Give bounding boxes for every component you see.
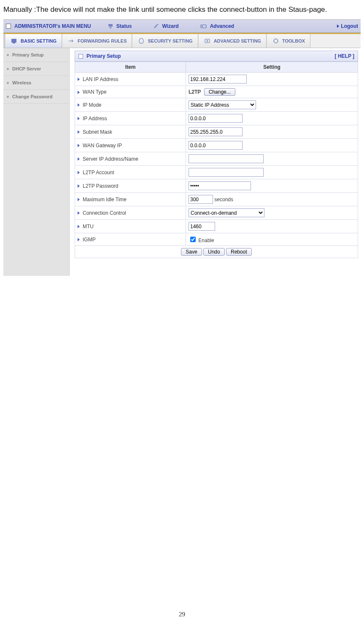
triangle-icon (78, 171, 80, 174)
status-icon (107, 23, 114, 29)
sidebar-item-label: Primary Setup (12, 52, 44, 57)
triangle-icon (78, 103, 80, 107)
main-menu-bar: ADMINISTRATOR's MAIN MENU Status Wizard … (3, 20, 361, 33)
help-link[interactable]: [ HELP ] (335, 53, 354, 59)
forwarding-icon (67, 38, 75, 44)
svg-rect-4 (202, 26, 203, 27)
tab-forwarding-rules[interactable]: FORWARDING RULES (62, 34, 132, 48)
sidebar-item-dhcp-server[interactable]: DHCP Server (3, 62, 69, 76)
svg-rect-5 (11, 39, 16, 43)
tab-label: ADVANCED SETTING (214, 38, 261, 43)
section-square-icon (78, 54, 83, 59)
sidebar-item-label: Wireless (12, 80, 31, 85)
field-label: WAN Type (83, 89, 107, 95)
svg-rect-6 (13, 43, 15, 43)
menu-item-label: Wizard (162, 23, 178, 29)
wan-gateway-input[interactable] (189, 141, 243, 150)
ip-address-input[interactable] (189, 114, 243, 123)
reboot-button[interactable]: Reboot (226, 248, 252, 256)
triangle-icon (78, 184, 80, 188)
triangle-icon (78, 130, 80, 134)
left-sidebar: Primary Setup DHCP Server Wireless Chang… (3, 48, 70, 276)
ip-mode-select[interactable]: Static IP Address (189, 100, 256, 109)
bullet-icon (7, 68, 9, 70)
col-header-setting: Setting (186, 62, 358, 73)
menu-item-status[interactable]: Status (107, 23, 132, 29)
triangle-icon (78, 157, 80, 161)
field-label: L2TP Password (83, 183, 119, 189)
sidebar-item-change-password[interactable]: Change Password (3, 90, 69, 104)
col-header-item: Item (75, 62, 186, 73)
field-label: Maximum Idle Time (83, 197, 127, 202)
menu-item-label: Status (116, 23, 132, 29)
lan-ip-input[interactable] (189, 75, 247, 84)
igmp-enable-checkbox[interactable] (190, 237, 196, 242)
security-icon (138, 38, 145, 44)
menu-item-advanced[interactable]: Advanced (200, 23, 234, 29)
field-label: LAN IP Address (83, 76, 119, 82)
connection-control-select[interactable]: Connect-on-demand (189, 208, 264, 217)
igmp-enable-label: Enable (198, 237, 214, 243)
triangle-icon (78, 117, 80, 120)
tab-basic-setting[interactable]: BASIC SETTING (5, 34, 62, 48)
sidebar-item-wireless[interactable]: Wireless (3, 76, 69, 90)
menu-square-icon (6, 24, 11, 29)
sidebar-item-label: Change Password (12, 94, 52, 99)
field-label: IP Address (83, 116, 107, 121)
server-ip-input[interactable] (189, 154, 264, 163)
triangle-icon (78, 198, 80, 201)
menu-item-wizard[interactable]: Wizard (153, 23, 178, 29)
toolbox-icon (272, 38, 280, 44)
tab-security-setting[interactable]: SECURITY SETTING (132, 34, 198, 48)
svg-rect-0 (108, 24, 113, 27)
tab-bar: BASIC SETTING FORWARDING RULES SECURITY … (3, 34, 361, 48)
tab-label: SECURITY SETTING (148, 38, 192, 43)
l2tp-account-input[interactable] (189, 168, 264, 177)
advanced-setting-icon (204, 38, 211, 44)
settings-pane: Primary Setup [ HELP ] Item Setting LAN … (70, 48, 361, 276)
save-button[interactable]: Save (181, 248, 202, 256)
field-label: WAN Gateway IP (83, 143, 122, 148)
wizard-icon (153, 23, 159, 29)
menu-item-logout[interactable]: Logout (337, 23, 358, 29)
max-idle-input[interactable] (189, 195, 213, 204)
triangle-icon (78, 225, 80, 228)
advanced-icon (200, 23, 208, 29)
sidebar-item-label: DHCP Server (12, 66, 41, 71)
triangle-icon (78, 211, 80, 215)
undo-button[interactable]: Undo (203, 248, 225, 256)
menu-item-label: Advanced (210, 23, 234, 29)
svg-rect-3 (201, 25, 206, 28)
field-label: Server IP Address/Name (83, 156, 138, 162)
bullet-icon (7, 82, 9, 84)
tab-label: BASIC SETTING (21, 38, 57, 43)
field-label: Subnet Mask (83, 129, 112, 135)
section-title: Primary Setup (86, 53, 121, 59)
subnet-mask-input[interactable] (189, 127, 243, 136)
field-label: Connection Control (83, 210, 126, 216)
tab-toolbox[interactable]: TOOLBOX (267, 34, 310, 48)
page-number: 29 (3, 605, 361, 621)
basic-setting-icon (11, 38, 18, 44)
mtu-input[interactable] (189, 222, 215, 231)
field-label: L2TP Account (83, 170, 114, 175)
logout-label: Logout (341, 23, 358, 29)
l2tp-password-input[interactable] (189, 181, 251, 190)
sidebar-item-primary-setup[interactable]: Primary Setup (3, 48, 69, 62)
main-menu-title: ADMINISTRATOR's MAIN MENU (14, 23, 91, 29)
field-label: MTU (83, 224, 94, 229)
svg-point-9 (206, 40, 208, 42)
field-label: IGMP (83, 237, 96, 243)
max-idle-unit: seconds (214, 197, 233, 202)
wan-type-change-button[interactable]: Change... (204, 88, 235, 96)
wan-type-value: L2TP (189, 89, 201, 95)
bullet-icon (7, 96, 9, 98)
svg-point-7 (139, 38, 143, 43)
field-label: IP Mode (83, 102, 101, 108)
config-table: Item Setting LAN IP Address WAN Type L2T… (75, 62, 358, 258)
arrow-right-icon (337, 24, 339, 28)
router-admin-screenshot: ADMINISTRATOR's MAIN MENU Status Wizard … (3, 19, 361, 276)
bullet-icon (7, 54, 9, 56)
tab-advanced-setting[interactable]: ADVANCED SETTING (198, 34, 267, 48)
svg-point-2 (157, 24, 159, 25)
